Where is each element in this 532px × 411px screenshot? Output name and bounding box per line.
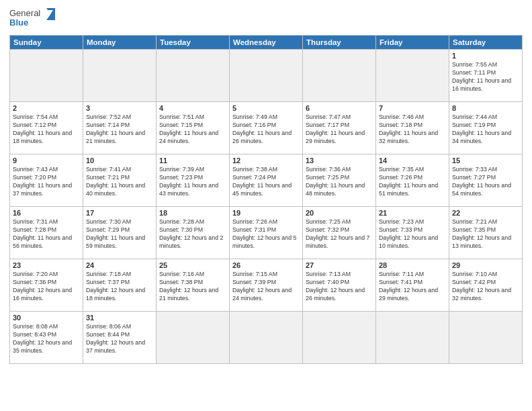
day-info: Sunrise: 7:26 AMSunset: 7:31 PMDaylight:… <box>232 218 300 250</box>
day-info: Sunrise: 7:13 AMSunset: 7:40 PMDaylight:… <box>306 271 373 303</box>
calendar-cell: 29Sunrise: 7:10 AMSunset: 7:42 PMDayligh… <box>449 259 523 312</box>
calendar-week-1: 1Sunrise: 7:55 AMSunset: 7:11 PMDaylight… <box>10 50 523 102</box>
calendar-cell: 12Sunrise: 7:38 AMSunset: 7:24 PMDayligh… <box>230 154 303 207</box>
day-number: 7 <box>379 104 446 112</box>
calendar-cell <box>157 312 230 364</box>
day-info: Sunrise: 7:31 AMSunset: 7:28 PMDaylight:… <box>13 218 80 250</box>
day-number: 24 <box>86 261 153 269</box>
calendar-cell: 31Sunrise: 8:06 AMSunset: 8:44 PMDayligh… <box>83 312 157 364</box>
calendar-cell <box>376 312 449 364</box>
day-info: Sunrise: 7:49 AMSunset: 7:16 PMDaylight:… <box>232 113 300 146</box>
day-number: 4 <box>159 104 226 112</box>
calendar-cell: 2Sunrise: 7:54 AMSunset: 7:12 PMDaylight… <box>10 102 83 154</box>
day-number: 14 <box>379 156 446 165</box>
day-info: Sunrise: 7:46 AMSunset: 7:18 PMDaylight:… <box>379 113 446 146</box>
calendar-cell: 24Sunrise: 7:18 AMSunset: 7:37 PMDayligh… <box>83 259 157 312</box>
day-info: Sunrise: 7:11 AMSunset: 7:41 PMDaylight:… <box>379 271 446 303</box>
day-info: Sunrise: 7:16 AMSunset: 7:38 PMDaylight:… <box>159 271 226 303</box>
day-info: Sunrise: 7:36 AMSunset: 7:25 PMDaylight:… <box>306 166 373 198</box>
calendar-week-6: 30Sunrise: 8:08 AMSunset: 8:43 PMDayligh… <box>10 312 523 364</box>
day-info: Sunrise: 7:18 AMSunset: 7:37 PMDaylight:… <box>86 271 153 303</box>
day-number: 17 <box>86 209 153 217</box>
calendar-week-4: 16Sunrise: 7:31 AMSunset: 7:28 PMDayligh… <box>10 207 523 259</box>
day-info: Sunrise: 7:25 AMSunset: 7:32 PMDaylight:… <box>306 218 373 250</box>
calendar-header: SundayMondayTuesdayWednesdayThursdayFrid… <box>10 36 523 50</box>
calendar-cell <box>303 50 376 102</box>
day-info: Sunrise: 7:47 AMSunset: 7:17 PMDaylight:… <box>306 113 373 146</box>
calendar-week-3: 9Sunrise: 7:43 AMSunset: 7:20 PMDaylight… <box>10 154 523 207</box>
day-number: 27 <box>306 261 373 269</box>
page: General Blue SundayMondayTuesdayWednesda… <box>0 0 532 411</box>
day-number: 18 <box>159 209 226 217</box>
day-number: 13 <box>306 156 373 165</box>
calendar-cell: 13Sunrise: 7:36 AMSunset: 7:25 PMDayligh… <box>303 154 376 207</box>
calendar-week-2: 2Sunrise: 7:54 AMSunset: 7:12 PMDaylight… <box>10 102 523 154</box>
day-number: 8 <box>452 104 519 112</box>
calendar-cell: 5Sunrise: 7:49 AMSunset: 7:16 PMDaylight… <box>230 102 303 154</box>
day-info: Sunrise: 7:52 AMSunset: 7:14 PMDaylight:… <box>86 113 153 146</box>
day-number: 31 <box>86 314 153 322</box>
day-info: Sunrise: 7:28 AMSunset: 7:30 PMDaylight:… <box>159 218 226 250</box>
day-number: 20 <box>306 209 373 217</box>
calendar-cell <box>230 312 303 364</box>
calendar-cell <box>303 312 376 364</box>
calendar-cell: 26Sunrise: 7:15 AMSunset: 7:39 PMDayligh… <box>230 259 303 312</box>
calendar-cell: 17Sunrise: 7:30 AMSunset: 7:29 PMDayligh… <box>83 207 157 259</box>
calendar-cell: 1Sunrise: 7:55 AMSunset: 7:11 PMDaylight… <box>449 50 523 102</box>
calendar-cell: 19Sunrise: 7:26 AMSunset: 7:31 PMDayligh… <box>230 207 303 259</box>
calendar-cell: 6Sunrise: 7:47 AMSunset: 7:17 PMDaylight… <box>303 102 376 154</box>
day-info: Sunrise: 7:38 AMSunset: 7:24 PMDaylight:… <box>232 166 300 198</box>
calendar-cell: 16Sunrise: 7:31 AMSunset: 7:28 PMDayligh… <box>10 207 83 259</box>
calendar-cell: 27Sunrise: 7:13 AMSunset: 7:40 PMDayligh… <box>303 259 376 312</box>
calendar-cell: 14Sunrise: 7:35 AMSunset: 7:26 PMDayligh… <box>376 154 449 207</box>
calendar-cell: 10Sunrise: 7:41 AMSunset: 7:21 PMDayligh… <box>83 154 157 207</box>
day-info: Sunrise: 7:41 AMSunset: 7:21 PMDaylight:… <box>86 166 153 198</box>
day-info: Sunrise: 7:43 AMSunset: 7:20 PMDaylight:… <box>13 166 80 198</box>
day-number: 10 <box>86 156 153 165</box>
header: General Blue <box>9 7 523 31</box>
svg-text:Blue: Blue <box>9 17 28 28</box>
day-info: Sunrise: 7:33 AMSunset: 7:27 PMDaylight:… <box>452 166 519 198</box>
day-number: 16 <box>13 209 80 217</box>
calendar-cell: 28Sunrise: 7:11 AMSunset: 7:41 PMDayligh… <box>376 259 449 312</box>
day-number: 28 <box>379 261 446 269</box>
day-info: Sunrise: 7:30 AMSunset: 7:29 PMDaylight:… <box>86 218 153 250</box>
day-info: Sunrise: 7:44 AMSunset: 7:19 PMDaylight:… <box>452 113 519 146</box>
day-number: 2 <box>13 104 80 112</box>
day-info: Sunrise: 7:51 AMSunset: 7:15 PMDaylight:… <box>159 113 226 146</box>
day-number: 5 <box>232 104 300 112</box>
calendar-body: 1Sunrise: 7:55 AMSunset: 7:11 PMDaylight… <box>10 50 523 364</box>
day-number: 26 <box>232 261 300 269</box>
day-info: Sunrise: 7:10 AMSunset: 7:42 PMDaylight:… <box>452 271 519 303</box>
day-info: Sunrise: 7:55 AMSunset: 7:11 PMDaylight:… <box>452 61 519 93</box>
svg-text:General: General <box>9 8 40 18</box>
calendar-week-5: 23Sunrise: 7:20 AMSunset: 7:36 PMDayligh… <box>10 259 523 312</box>
day-number: 1 <box>452 52 519 60</box>
day-info: Sunrise: 8:06 AMSunset: 8:44 PMDaylight:… <box>86 323 153 355</box>
calendar-cell <box>10 50 83 102</box>
calendar-cell: 3Sunrise: 7:52 AMSunset: 7:14 PMDaylight… <box>83 102 157 154</box>
calendar-cell: 7Sunrise: 7:46 AMSunset: 7:18 PMDaylight… <box>376 102 449 154</box>
calendar-cell: 30Sunrise: 8:08 AMSunset: 8:43 PMDayligh… <box>10 312 83 364</box>
day-info: Sunrise: 7:20 AMSunset: 7:36 PMDaylight:… <box>13 271 80 303</box>
day-number: 23 <box>13 261 80 269</box>
weekday-header-thursday: Thursday <box>303 36 376 50</box>
svg-marker-2 <box>46 8 55 20</box>
day-number: 29 <box>452 261 519 269</box>
day-number: 15 <box>452 156 519 165</box>
day-number: 30 <box>13 314 80 322</box>
calendar-cell: 22Sunrise: 7:21 AMSunset: 7:35 PMDayligh… <box>449 207 523 259</box>
generalblue-logo-icon: General Blue <box>9 7 58 31</box>
weekday-header-monday: Monday <box>83 36 157 50</box>
weekday-header-saturday: Saturday <box>449 36 523 50</box>
calendar-cell: 11Sunrise: 7:39 AMSunset: 7:23 PMDayligh… <box>157 154 230 207</box>
day-number: 3 <box>86 104 153 112</box>
calendar-cell <box>449 312 523 364</box>
day-info: Sunrise: 7:35 AMSunset: 7:26 PMDaylight:… <box>379 166 446 198</box>
weekday-header-sunday: Sunday <box>10 36 83 50</box>
calendar-cell <box>376 50 449 102</box>
calendar-cell <box>83 50 157 102</box>
day-number: 25 <box>159 261 226 269</box>
day-info: Sunrise: 7:21 AMSunset: 7:35 PMDaylight:… <box>452 218 519 250</box>
calendar-cell: 20Sunrise: 7:25 AMSunset: 7:32 PMDayligh… <box>303 207 376 259</box>
